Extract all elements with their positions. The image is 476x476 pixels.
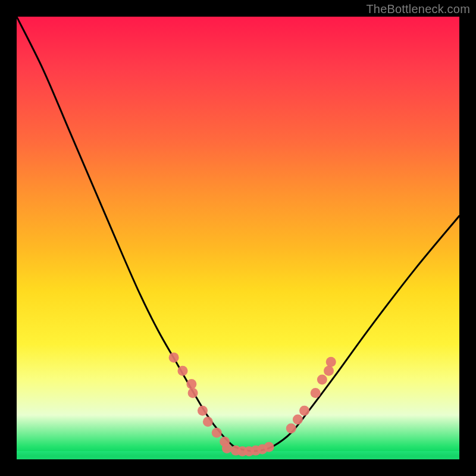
- sample-point: [324, 366, 334, 376]
- sample-point: [212, 428, 222, 438]
- sample-point: [169, 352, 179, 362]
- plot-area: [17, 17, 459, 459]
- sample-point: [186, 379, 196, 389]
- watermark-text: TheBottleneck.com: [366, 2, 470, 16]
- sample-point: [264, 442, 274, 452]
- sample-point: [326, 357, 336, 367]
- sample-point: [286, 423, 296, 433]
- bottleneck-curve: [17, 17, 459, 451]
- sample-point: [222, 443, 232, 453]
- sample-point: [299, 406, 309, 416]
- sample-point: [203, 416, 213, 427]
- sample-point: [178, 366, 188, 376]
- sample-point: [317, 375, 327, 385]
- curve-layer: [17, 17, 459, 459]
- sample-points-group: [169, 352, 336, 456]
- sample-point: [311, 388, 321, 398]
- sample-point: [293, 415, 303, 425]
- chart-frame: TheBottleneck.com: [0, 0, 476, 476]
- sample-point: [198, 406, 208, 416]
- sample-point: [188, 388, 198, 398]
